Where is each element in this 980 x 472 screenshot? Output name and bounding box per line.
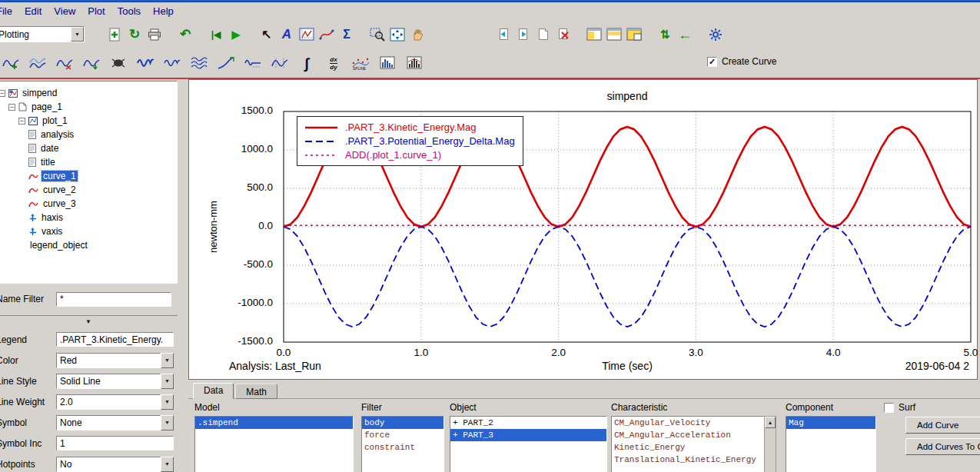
hotpoints-select[interactable]: No — [56, 457, 174, 472]
menu-help[interactable]: Help — [147, 5, 180, 17]
spline-icon[interactable]: SPLINE — [350, 53, 370, 73]
object-list-item[interactable]: + PART_2 — [450, 417, 606, 429]
wave-rise-icon[interactable] — [216, 53, 236, 73]
curve-multiply-icon[interactable] — [55, 53, 75, 73]
create-curve-checkbox[interactable]: Create Curve — [707, 56, 776, 67]
tree-node-vaxis[interactable]: vaxis — [0, 224, 177, 238]
menu-view[interactable]: View — [48, 5, 81, 17]
model-list-item[interactable]: .simpend — [195, 417, 353, 429]
print-icon[interactable] — [145, 25, 164, 45]
filter-list-item[interactable]: body — [362, 417, 443, 429]
tree-node-curve_2[interactable]: curve_2 — [0, 183, 177, 197]
menu-edit[interactable]: Edit — [18, 5, 48, 17]
expander-minus-icon[interactable] — [8, 104, 15, 111]
filter-list[interactable]: bodyforceconstraint — [361, 416, 444, 472]
derivative-icon[interactable]: dxdy — [324, 53, 344, 73]
tree-node-simpend[interactable]: simpend — [0, 86, 177, 100]
characteristic-list-item[interactable]: Translational_Kinetic_Energy — [612, 454, 763, 466]
tree-node-page_1[interactable]: page_1 — [0, 100, 177, 114]
filter-list-item[interactable]: force — [362, 429, 443, 441]
tree-node-date[interactable]: date — [0, 141, 177, 155]
new-sheet-icon[interactable] — [533, 25, 553, 45]
wave-stack-icon[interactable] — [189, 53, 209, 73]
filter-chart-icon[interactable] — [404, 53, 424, 73]
layout-split-icon[interactable] — [604, 25, 624, 45]
refresh-icon[interactable]: ↻ — [125, 25, 145, 45]
undo-icon[interactable]: ↶ — [175, 25, 195, 45]
symbol-inc-input[interactable] — [56, 436, 174, 450]
select-cursor-icon[interactable]: ↖ — [257, 25, 277, 45]
page-prev-icon[interactable] — [493, 25, 513, 45]
fit-view-icon[interactable] — [387, 25, 407, 45]
checkbox-icon[interactable] — [884, 403, 894, 413]
chevron-down-icon[interactable] — [161, 415, 174, 430]
zoom-box-icon[interactable] — [367, 25, 387, 45]
mode-select[interactable]: Plotting — [0, 26, 85, 42]
pan-hand-icon[interactable] — [407, 25, 427, 45]
tree-node-curve_3[interactable]: curve_3 — [0, 197, 177, 211]
skip-start-icon[interactable]: |◀ — [206, 25, 226, 45]
curve-add-icon[interactable] — [1, 53, 21, 73]
tab-math[interactable]: Math — [235, 384, 277, 399]
back-icon[interactable]: ← — [675, 25, 695, 45]
play-icon[interactable]: ▶ — [226, 25, 246, 45]
curve-edit-icon[interactable] — [317, 25, 337, 45]
swap-view-icon[interactable]: ⇅ — [655, 25, 675, 45]
tree-node-legend_object[interactable]: legend_object — [0, 238, 177, 252]
menu-plot[interactable]: Plot — [81, 5, 111, 17]
tree-node-plot_1[interactable]: plot_1 — [0, 114, 177, 128]
integral-icon[interactable]: ∫ — [297, 53, 317, 73]
menu-tools[interactable]: Tools — [111, 5, 147, 17]
curve-shift-icon[interactable] — [81, 53, 101, 73]
color-select[interactable]: Red — [56, 353, 174, 368]
characteristic-list-item[interactable]: CM_Angular_Acceleration — [612, 429, 763, 441]
fft-chart-icon[interactable] — [377, 53, 397, 73]
component-list-item[interactable]: Mag — [786, 417, 875, 429]
tree-node-curve_1[interactable]: curve_1 — [0, 169, 177, 183]
wave-clip-icon[interactable] — [270, 53, 290, 73]
object-list[interactable]: + PART_2+ PART_3 — [450, 416, 607, 472]
tree-node-analysis[interactable]: analysis — [0, 128, 177, 141]
chevron-down-icon[interactable] — [161, 353, 174, 368]
plot-legend[interactable]: .PART_3.Kinetic_Energy.Mag.PART_3.Potent… — [297, 116, 523, 166]
add-curves-to-current-button[interactable]: Add Curves To Curren — [905, 438, 980, 455]
line-style-select[interactable]: Solid Line — [56, 374, 174, 389]
double-wave-icon[interactable] — [162, 53, 182, 73]
object-list-item[interactable]: + PART_3 — [450, 429, 606, 441]
layout-single-icon[interactable] — [584, 25, 604, 45]
layout-overlay-icon[interactable] — [624, 25, 644, 45]
tree-node-haxis[interactable]: haxis — [0, 211, 177, 224]
chevron-down-icon[interactable] — [161, 374, 174, 389]
chevron-down-icon[interactable] — [161, 457, 174, 472]
curve-offset-icon[interactable] — [28, 53, 48, 73]
panel-splitter[interactable] — [0, 315, 178, 324]
name-filter-input[interactable] — [56, 292, 171, 307]
characteristic-scrollbar[interactable] — [764, 416, 776, 472]
delete-sheet-icon[interactable] — [553, 25, 573, 45]
model-list[interactable]: .simpend — [194, 416, 354, 472]
curve-trim-icon[interactable] — [108, 53, 128, 73]
legend-input[interactable] — [56, 332, 174, 347]
settings-icon[interactable] — [706, 25, 726, 45]
characteristic-list[interactable]: CM_Angular_VelocityCM_Angular_Accelerati… — [611, 416, 764, 472]
expander-minus-icon[interactable] — [18, 118, 25, 125]
characteristic-list-item[interactable]: CM_Angular_Velocity — [612, 417, 763, 429]
tab-data[interactable]: Data — [193, 383, 234, 399]
characteristic-list-item[interactable]: Kinetic_Energy — [612, 441, 763, 454]
plot-template-icon[interactable] — [297, 25, 317, 45]
wave-flatten-icon[interactable] — [243, 53, 263, 73]
chevron-down-icon[interactable] — [71, 27, 84, 42]
component-list[interactable]: Mag — [786, 416, 876, 472]
add-page-icon[interactable] — [105, 25, 125, 45]
page-next-icon[interactable] — [513, 25, 533, 45]
add-curve-button[interactable]: Add Curve — [905, 417, 980, 434]
scroll-up-icon[interactable] — [765, 417, 776, 428]
expander-minus-icon[interactable] — [0, 90, 5, 97]
chevron-down-icon[interactable] — [161, 394, 174, 410]
line-weight-select[interactable]: 2.0 — [56, 394, 174, 410]
sum-icon[interactable]: Σ — [337, 25, 357, 45]
filter-list-item[interactable]: constraint — [362, 441, 443, 454]
sine-wave-icon[interactable] — [135, 53, 155, 73]
symbol-select[interactable]: None — [56, 415, 174, 430]
text-icon[interactable]: A — [277, 25, 297, 45]
